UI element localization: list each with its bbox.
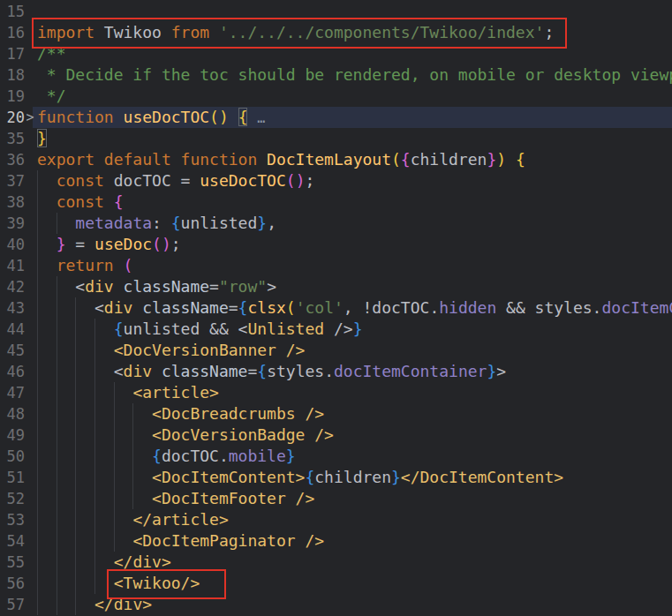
code-token: unlisted && < (124, 319, 248, 338)
code-token (37, 510, 132, 529)
code-line-46[interactable]: 46 <div className={styles.docItemContain… (0, 361, 672, 382)
code-token: < (37, 362, 124, 380)
code-token (37, 468, 152, 486)
code-text: <DocItemFooter /> (37, 488, 314, 509)
code-token: { (152, 447, 162, 465)
code-line-17[interactable]: 17/** (0, 43, 672, 64)
code-line-16[interactable]: 16import Twikoo from '../../../component… (0, 22, 672, 43)
line-number: 42 (0, 276, 25, 297)
code-token: } (487, 150, 496, 169)
code-line-15[interactable]: 15 (0, 1, 672, 22)
code-line-53[interactable]: 53 </article> (0, 509, 672, 530)
code-token (37, 574, 114, 592)
code-token: { (238, 298, 248, 317)
code-token (37, 595, 94, 613)
code-token: < (37, 277, 85, 296)
code-token: : (152, 214, 171, 232)
code-token: ( (391, 150, 401, 169)
code-token: DocItemLayout (267, 150, 391, 169)
code-token: <DocItemFooter /> (152, 489, 314, 507)
line-number: 36 (0, 149, 25, 170)
line-number: 38 (0, 192, 25, 213)
code-token: < (37, 298, 104, 317)
code-token: ; (544, 23, 554, 41)
line-number: 44 (0, 319, 25, 340)
code-text: <div className={styles.docItemContainer}… (37, 361, 506, 382)
code-text: */ (37, 86, 66, 107)
line-number: 57 (0, 594, 25, 615)
code-line-55[interactable]: 55 </div> (0, 552, 672, 573)
code-text: export default function DocItemLayout({c… (37, 149, 525, 170)
code-text: <DocBreadcrumbs /> (37, 403, 324, 424)
code-token: = (229, 298, 238, 317)
code-line-50[interactable]: 50 {docTOC.mobile} (0, 446, 672, 467)
code-token: && styles. (496, 298, 601, 317)
code-token: } (37, 129, 47, 147)
code-text: <DocVersionBadge /> (37, 424, 334, 446)
code-line-42[interactable]: 42 <div className="row"> (0, 276, 672, 297)
code-text: } (37, 128, 47, 149)
code-line-40[interactable]: 40 } = useDoc(); (0, 234, 672, 255)
code-token: } (57, 235, 66, 253)
code-line-45[interactable]: 45 <DocVersionBanner /> (0, 340, 672, 361)
code-editor[interactable]: 1516import Twikoo from '../../../compone… (0, 0, 672, 616)
code-line-44[interactable]: 44 {unlisted && <Unlisted />} (0, 319, 672, 340)
code-token: children (314, 468, 391, 486)
code-token: , (267, 214, 276, 232)
code-line-56[interactable]: 56 <Twikoo/> (0, 573, 672, 594)
code-token: docTOC = (114, 171, 200, 190)
code-token: <DocVersionBadge /> (152, 425, 334, 444)
line-number: 17 (0, 43, 25, 64)
code-token: const (57, 192, 114, 211)
code-token: className (124, 277, 210, 296)
code-token: mobile (229, 447, 286, 465)
code-text: <Twikoo/> (37, 573, 200, 594)
code-token (37, 235, 57, 253)
code-line-57[interactable]: 57 </div> (0, 594, 672, 615)
line-number: 46 (0, 361, 25, 382)
fold-chevron-icon[interactable]: > (24, 107, 36, 128)
code-token: </div> (114, 552, 171, 571)
code-token: export default function (37, 150, 267, 169)
code-line-47[interactable]: 47 <article> (0, 382, 672, 403)
code-token: ; (306, 171, 315, 190)
code-token: = (209, 277, 219, 296)
line-number: 47 (0, 382, 25, 403)
code-line-41[interactable]: 41 return ( (0, 255, 672, 276)
code-token (506, 150, 516, 169)
code-token: { (171, 214, 181, 232)
line-number: 18 (0, 64, 25, 86)
code-token: useDocTOC (200, 171, 286, 190)
code-token: className (142, 298, 229, 317)
code-token: } (391, 468, 401, 486)
code-token: </DocItemContent> (401, 468, 563, 486)
code-line-38[interactable]: 38 const { (0, 192, 672, 213)
code-token: docTOC. (162, 447, 229, 465)
code-line-49[interactable]: 49 <DocVersionBadge /> (0, 424, 672, 446)
code-token: </article> (132, 510, 228, 529)
code-token: const (57, 171, 114, 190)
code-line-35[interactable]: 35} (0, 128, 672, 149)
code-line-18[interactable]: 18 * Decide if the toc should be rendere… (0, 64, 672, 86)
line-number: 16 (0, 22, 25, 43)
code-token: * Decide if the toc should be rendered, … (37, 65, 672, 84)
code-line-20[interactable]: 20>function useDocTOC() { … (0, 107, 672, 128)
code-token: div (85, 277, 114, 296)
code-line-51[interactable]: 51 <DocItemContent>{children}</DocItemCo… (0, 467, 672, 488)
code-token: /** (37, 44, 66, 63)
code-line-36[interactable]: 36export default function DocItemLayout(… (0, 149, 672, 170)
code-token (37, 489, 152, 507)
code-line-39[interactable]: 39 metadata: {unlisted}, (0, 213, 672, 234)
code-line-43[interactable]: 43 <div className={clsx('col', !docTOC.h… (0, 297, 672, 319)
code-line-19[interactable]: 19 */ (0, 86, 672, 107)
line-number: 50 (0, 446, 25, 467)
code-line-48[interactable]: 48 <DocBreadcrumbs /> (0, 403, 672, 424)
line-number: 56 (0, 573, 25, 594)
code-token: styles. (267, 362, 334, 380)
code-line-52[interactable]: 52 <DocItemFooter /> (0, 488, 672, 509)
code-token: useDoc (94, 235, 152, 253)
code-token: <DocItemContent> (152, 468, 305, 486)
code-token (37, 404, 152, 423)
code-line-37[interactable]: 37 const docTOC = useDocTOC(); (0, 170, 672, 192)
code-line-54[interactable]: 54 <DocItemPaginator /> (0, 530, 672, 552)
